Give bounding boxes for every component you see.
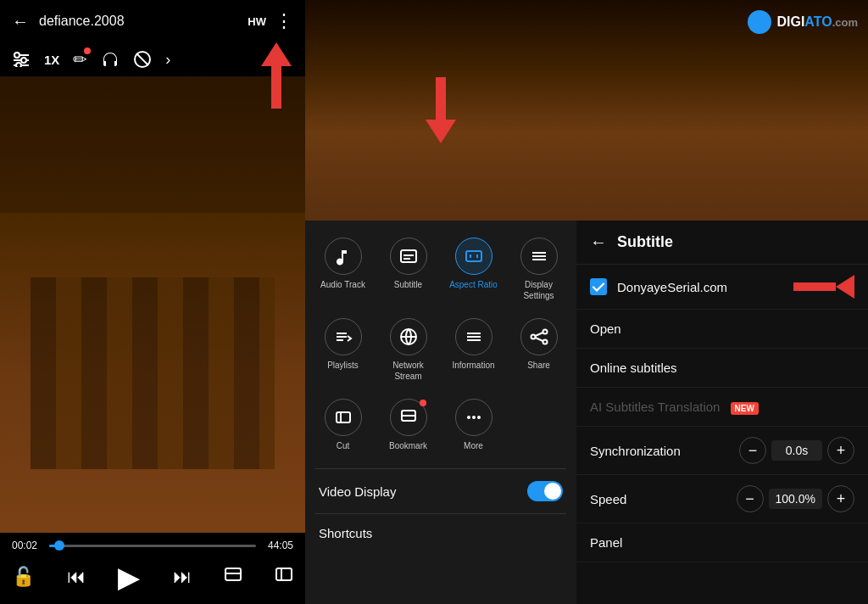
screen-rotate-button[interactable] <box>275 566 293 588</box>
svg-point-28 <box>531 335 535 339</box>
menu-item-subtitle[interactable]: Subtitle <box>377 231 439 308</box>
expand-arrow-button[interactable]: › <box>165 51 170 69</box>
subtitle-ai-item[interactable]: AI Subtitles Translation NEW <box>576 388 868 427</box>
hw-badge: HW <box>248 15 266 28</box>
arrow-down-head <box>426 120 456 143</box>
progress-bar[interactable] <box>49 545 256 547</box>
display-settings-icon <box>520 238 558 275</box>
speed-label-subtitle: Speed <box>590 492 737 506</box>
svg-point-5 <box>16 63 21 67</box>
information-label: Information <box>452 360 494 371</box>
svg-point-4 <box>21 58 26 63</box>
menu-item-cut[interactable]: Cut <box>312 392 374 458</box>
arrow-up-stem <box>271 66 281 109</box>
menu-item-information[interactable]: Information <box>442 311 504 389</box>
svg-line-30 <box>535 333 542 336</box>
equalizer-button[interactable] <box>12 52 31 67</box>
svg-point-3 <box>14 53 19 58</box>
more-options-button[interactable]: ⋮ <box>275 10 293 32</box>
playlists-label: Playlists <box>327 360 359 371</box>
menu-item-audio-track[interactable]: Audio Track <box>312 231 374 308</box>
sync-value: 0.0s <box>771 440 822 461</box>
sync-plus-button[interactable]: + <box>827 437 854 464</box>
subtitle-back-button[interactable]: ← <box>590 232 607 252</box>
shortcuts-label: Shortcuts <box>319 526 372 540</box>
watermark: DIGIATO.com <box>748 10 858 34</box>
player-bottom: 00:02 44:05 🔓 ⏮ ▶ ⏭ <box>0 533 305 604</box>
time-current: 00:02 <box>12 540 42 551</box>
aspect-ratio-icon <box>455 238 492 275</box>
video-scene <box>0 76 305 533</box>
speed-value: 100.0% <box>769 489 822 509</box>
cut-label: Cut <box>337 440 350 451</box>
sync-minus-button[interactable]: − <box>739 437 766 464</box>
menu-item-playlists[interactable]: Playlists <box>312 311 374 389</box>
menu-item-network-stream[interactable]: Network Stream <box>377 311 439 389</box>
svg-point-38 <box>477 416 481 419</box>
arrow-up-head <box>261 42 292 66</box>
bookmark-icon <box>390 399 427 436</box>
subtitle-label: Subtitle <box>394 279 422 290</box>
new-badge: NEW <box>731 402 759 415</box>
bookmark-label: Bookmark <box>389 440 427 451</box>
subtitle-video-bg: DIGIATO.com <box>576 0 868 221</box>
progress-thumb[interactable] <box>54 540 64 551</box>
play-button[interactable]: ▶ <box>118 560 140 594</box>
subtitle-header: ← Subtitle <box>576 221 868 265</box>
next-button[interactable]: ⏭ <box>173 566 192 588</box>
menu-item-share[interactable]: Share <box>508 311 570 389</box>
menu-item-bookmark[interactable]: Bookmark <box>377 392 439 458</box>
player-title: defiance.2008 <box>39 14 248 29</box>
playlists-icon <box>325 318 362 355</box>
arrow-indicator-left <box>793 275 854 299</box>
pencil-button[interactable]: ✏ <box>73 49 87 70</box>
speed-row: Speed − 100.0% + <box>576 475 868 523</box>
blocked-button[interactable] <box>133 50 152 69</box>
arrow-down-stem <box>436 77 446 120</box>
network-stream-icon <box>390 318 427 355</box>
subtitle-online-item[interactable]: Online subtitles <box>576 349 868 388</box>
menu-item-aspect-ratio[interactable]: Aspect Ratio <box>442 231 504 308</box>
more-label: More <box>464 440 483 451</box>
speed-minus-button[interactable]: − <box>737 485 764 512</box>
subtitle-checkbox <box>590 278 607 295</box>
panel-player: ← defiance.2008 HW ⋮ 1X ✏ <box>0 0 305 604</box>
time-total: 44:05 <box>263 540 293 551</box>
subtitle-open-item[interactable]: Open <box>576 310 868 349</box>
subtitle-title: Subtitle <box>617 233 673 251</box>
screen-fit-button[interactable] <box>224 566 242 588</box>
arrow-stem-left <box>793 282 836 291</box>
svg-point-36 <box>467 416 470 419</box>
video-area <box>0 76 305 533</box>
subtitle-name: DonyayeSerial.com <box>617 280 793 294</box>
speed-label[interactable]: 1X <box>44 53 59 67</box>
aspect-ratio-label: Aspect Ratio <box>449 279 498 290</box>
lock-button[interactable]: 🔓 <box>12 566 35 588</box>
svg-rect-15 <box>466 251 481 261</box>
information-icon <box>455 318 492 355</box>
video-display-toggle[interactable] <box>527 481 563 501</box>
subtitle-panel-item[interactable]: Panel <box>576 523 868 562</box>
video-display-label: Video Display <box>319 484 396 499</box>
menu-item-display-settings[interactable]: Display Settings <box>508 231 570 308</box>
svg-point-27 <box>542 330 547 334</box>
speed-plus-button[interactable]: + <box>827 485 854 512</box>
headphones-button[interactable] <box>101 51 120 68</box>
svg-point-37 <box>472 416 476 419</box>
more-icon <box>455 399 492 436</box>
player-top-bar: ← defiance.2008 HW ⋮ <box>0 0 305 42</box>
arrow-indicator-down <box>426 77 456 143</box>
back-button[interactable]: ← <box>12 12 29 31</box>
menu-item-more[interactable]: More <box>442 392 504 458</box>
subtitle-selected-row[interactable]: DonyayeSerial.com <box>576 265 868 310</box>
prev-button[interactable]: ⏮ <box>67 566 86 588</box>
svg-rect-32 <box>337 412 350 422</box>
playback-controls: 🔓 ⏮ ▶ ⏭ <box>12 556 293 601</box>
scene-building <box>0 213 305 533</box>
svg-line-7 <box>136 53 148 65</box>
svg-rect-10 <box>276 568 292 580</box>
audio-track-label: Audio Track <box>320 279 365 290</box>
arrow-indicator-up <box>261 42 292 109</box>
share-icon <box>520 318 558 355</box>
watermark-text: DIGIATO.com <box>776 14 858 30</box>
